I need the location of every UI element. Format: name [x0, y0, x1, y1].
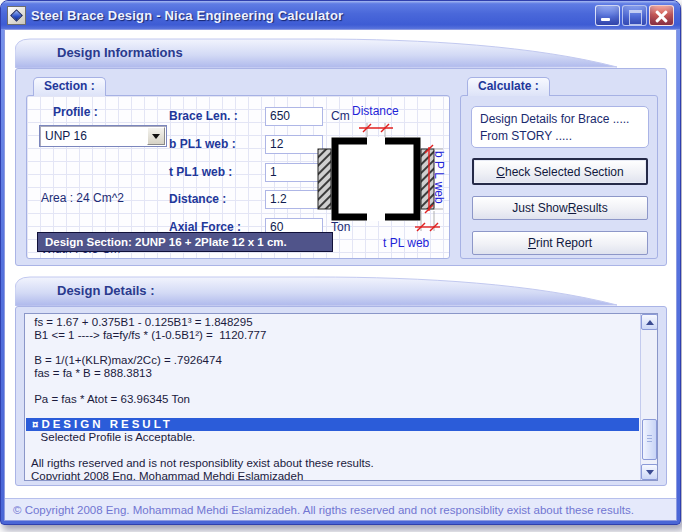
- details-line: [26, 444, 639, 457]
- section-group: Section : Profile : UNP 16 Area : 24 Cm^…: [26, 95, 450, 259]
- calculate-info-box: Design Details for Brace ..... From STOR…: [471, 106, 649, 148]
- t-pl1-web-label: t PL1 web :: [169, 165, 265, 179]
- details-line: All rigths reserved and is not responsib…: [26, 457, 639, 470]
- window-controls: [595, 5, 674, 26]
- close-icon[interactable]: [649, 5, 674, 26]
- status-bar: © Copyright 2008 Eng. Mohammad Mehdi Esl…: [5, 498, 676, 520]
- details-line: B = 1/(1+(KLR)max/2Cc) = .7926474: [26, 354, 639, 367]
- section-group-caption: Section :: [33, 77, 106, 96]
- brace-length-label: Brace Len. :: [169, 109, 265, 123]
- design-details-panel: fs = 1.67 + 0.375B1 - 0.125B1³ = 1.84829…: [15, 306, 667, 486]
- arrow-down-icon[interactable]: [641, 464, 658, 480]
- design-informations-title: Design Informations: [57, 45, 183, 60]
- section-diagram: Distance b P L web t: [305, 101, 447, 253]
- app-diamond-icon[interactable]: [7, 6, 26, 25]
- check-selected-section-button[interactable]: Check Selected Section: [472, 158, 648, 185]
- details-line: [26, 380, 639, 393]
- combo-arrow-glyph: [152, 134, 160, 139]
- calc-info-line1: Design Details for Brace .....: [480, 111, 640, 128]
- design-result-highlighted-line: ¤DESIGN RESULT: [26, 418, 639, 431]
- details-line: [26, 406, 639, 419]
- details-line: fs = 1.67 + 0.375B1 - 0.125B1³ = 1.84829…: [26, 316, 639, 329]
- profile-label: Profile :: [53, 105, 98, 119]
- prop-area: Area : 24 Cm^2: [41, 190, 124, 207]
- status-text: © Copyright 2008 Eng. Mohammad Mehdi Esl…: [13, 504, 634, 516]
- design-section-banner: Design Section: 2UNP 16 + 2Plate 12 x 1 …: [37, 232, 333, 252]
- profile-combobox[interactable]: UNP 16: [39, 125, 167, 147]
- details-line: Copyright 2008 Eng. Mohammad Mehdi Eslam…: [26, 470, 639, 481]
- b-pl-web-diagram-label: b P L web: [432, 151, 446, 204]
- titlebar[interactable]: Steel Brace Design - Nica Engineering Ca…: [1, 1, 680, 29]
- left-plate: [318, 149, 331, 209]
- desktop-backdrop: Steel Brace Design - Nica Engineering Ca…: [0, 0, 682, 532]
- design-informations-header: Design Informations: [15, 38, 617, 68]
- distance-label: Distance :: [169, 192, 265, 206]
- minimize-icon[interactable]: [595, 5, 620, 26]
- design-informations-panel: Section : Profile : UNP 16 Area : 24 Cm^…: [15, 68, 667, 266]
- maximize-icon[interactable]: [622, 5, 647, 26]
- details-line: Selected Profile is Acceptable.: [26, 431, 639, 444]
- design-details-text[interactable]: fs = 1.67 + 0.375B1 - 0.125B1³ = 1.84829…: [24, 313, 658, 481]
- client-area: Design Informations Section : Profile : …: [4, 29, 677, 521]
- calculate-group: Calculate : Design Details for Brace ...…: [460, 95, 658, 259]
- distance-diagram-label: Distance: [352, 104, 399, 118]
- profile-selected-value: UNP 16: [40, 129, 147, 143]
- scrollbar-thumb[interactable]: [642, 419, 657, 461]
- arrow-down-glyph: [646, 470, 654, 475]
- design-details-title: Design Details :: [57, 283, 155, 298]
- arrow-up-icon[interactable]: [641, 314, 658, 330]
- details-scrollbar[interactable]: [640, 314, 657, 480]
- diagram-interior: [331, 137, 421, 221]
- details-line: Pa = fas * Atot = 63.96345 Ton: [26, 393, 639, 406]
- t-pl-web-diagram-label: t PL web: [383, 236, 430, 250]
- details-lines: fs = 1.67 + 0.375B1 - 0.125B1³ = 1.84829…: [26, 316, 639, 481]
- app-window: Steel Brace Design - Nica Engineering Ca…: [0, 0, 681, 525]
- calc-info-line2: From STORY .....: [480, 128, 640, 145]
- details-line: [26, 342, 639, 355]
- chevron-down-icon[interactable]: [147, 127, 165, 145]
- design-details-header: Design Details :: [15, 276, 617, 306]
- window-title: Steel Brace Design - Nica Engineering Ca…: [31, 8, 595, 23]
- calculate-group-caption: Calculate :: [467, 77, 550, 96]
- diamond-glyph: [10, 9, 23, 22]
- arrow-up-glyph: [646, 320, 654, 325]
- print-report-button[interactable]: Print Report: [472, 231, 648, 255]
- details-line: fas = fa * B = 888.3813: [26, 367, 639, 380]
- b-pl1-web-label: b PL1 web :: [169, 137, 265, 151]
- just-show-results-button[interactable]: Just Show Results: [472, 196, 648, 220]
- details-line: B1 <= 1 ----> fa=fy/fs * (1-0.5B1²) = 11…: [26, 329, 639, 342]
